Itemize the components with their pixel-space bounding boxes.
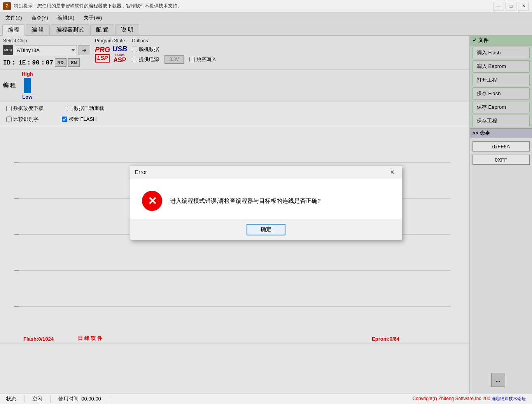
time-label: 使用时间 00:00:00 [51,395,109,402]
error-dialog: Error ✕ ✕ 进入编程模式错误,请检查编程器与目标板的连线是否正确? 确定 [130,165,402,240]
dialog-close-button[interactable]: ✕ [388,168,397,176]
dialog-body: ✕ 进入编程模式错误,请检查编程器与目标板的连线是否正确? [130,179,402,219]
copyright-text: Copvright(r) Zhifeng Software,Inc 200 瀚思… [413,396,526,402]
hassbian-link: 瀚思彼岸技术论坛 [492,396,526,401]
error-icon: ✕ [142,191,162,211]
title-controls: — □ ✕ [493,2,529,10]
status-bar: 状态 空闲 使用时间 00:00:00 Copvright(r) Zhifeng… [0,393,532,404]
dialog-title: Error [135,169,147,175]
dialog-title-bar: Error ✕ [130,165,402,179]
minimize-button[interactable]: — [493,2,504,10]
idle-label: 空闲 [24,395,51,402]
title-bar-left: Z 特别提示：您使用的是非智峰软件的编程器或下载器，智峰软件不提供技术支持。 [3,2,182,10]
dialog-overlay: Error ✕ ✕ 进入编程模式错误,请检查编程器与目标板的连线是否正确? 确定 [0,12,532,393]
time-text: 使用时间 [58,396,79,402]
time-value: 00:00:00 [81,396,101,402]
dialog-footer: 确定 [130,219,402,240]
app-icon: Z [3,2,11,10]
status-label: 状态 [6,395,24,402]
title-text: 特别提示：您使用的是非智峰软件的编程器或下载器，智峰软件不提供技术支持。 [14,3,182,9]
dialog-message: 进入编程模式错误,请检查编程器与目标板的连线是否正确? [170,197,321,205]
copyright-main: Copvright(r) Zhifeng Software,Inc 200 [413,396,490,401]
title-bar: Z 特别提示：您使用的是非智峰软件的编程器或下载器，智峰软件不提供技术支持。 —… [0,0,532,12]
maximize-button[interactable]: □ [506,2,516,10]
close-button[interactable]: ✕ [518,2,529,10]
ok-button[interactable]: 确定 [247,224,285,235]
